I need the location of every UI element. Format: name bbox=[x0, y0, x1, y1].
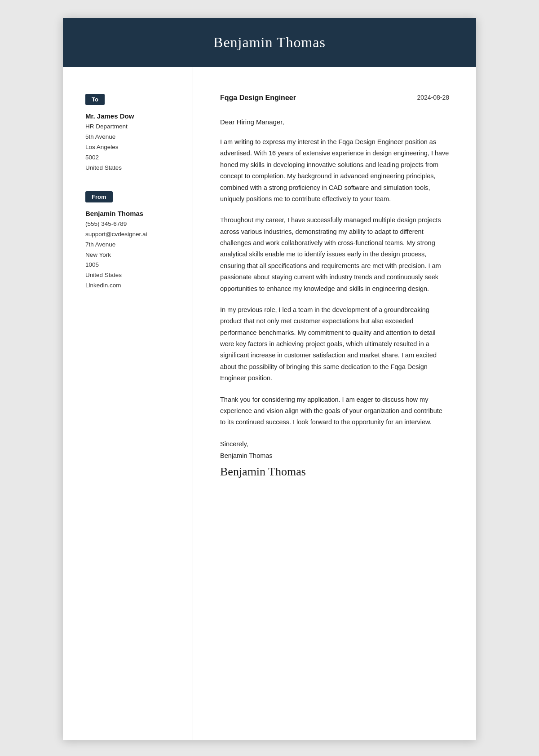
from-label: From bbox=[85, 191, 113, 202]
applicant-name: Benjamin Thomas bbox=[81, 34, 458, 51]
body-layout: To Mr. James Dow HR Department 5th Avenu… bbox=[63, 67, 476, 740]
to-line5: United States bbox=[85, 163, 175, 173]
sidebar: To Mr. James Dow HR Department 5th Avenu… bbox=[63, 67, 193, 740]
closing-text: Sincerely, bbox=[220, 438, 449, 450]
to-name: Mr. James Dow bbox=[85, 112, 175, 120]
closing-block: Sincerely, Benjamin Thomas Benjamin Thom… bbox=[220, 438, 449, 479]
paragraph-1: I am writing to express my interest in t… bbox=[220, 136, 449, 205]
closing-name: Benjamin Thomas bbox=[220, 450, 449, 462]
cover-letter-page: Benjamin Thomas To Mr. James Dow HR Depa… bbox=[63, 18, 476, 740]
from-email: support@cvdesigner.ai bbox=[85, 229, 175, 240]
from-line4: United States bbox=[85, 270, 175, 281]
from-section: From Benjamin Thomas (555) 345-6789 supp… bbox=[85, 191, 175, 291]
job-title: Fqga Design Engineer bbox=[220, 94, 296, 102]
from-line2: New York bbox=[85, 250, 175, 260]
letter-header-row: Fqga Design Engineer 2024-08-28 bbox=[220, 94, 449, 102]
letter-date: 2024-08-28 bbox=[417, 94, 449, 101]
from-line3: 1005 bbox=[85, 260, 175, 270]
to-line1: HR Department bbox=[85, 122, 175, 132]
from-address: Benjamin Thomas (555) 345-6789 support@c… bbox=[85, 210, 175, 291]
paragraph-2: Throughout my career, I have successfull… bbox=[220, 215, 449, 294]
to-line2: 5th Avenue bbox=[85, 132, 175, 142]
from-line5: Linkedin.com bbox=[85, 281, 175, 291]
greeting: Dear Hiring Manager, bbox=[220, 118, 449, 126]
from-phone: (555) 345-6789 bbox=[85, 219, 175, 229]
paragraph-4: Thank you for considering my application… bbox=[220, 394, 449, 428]
from-line1: 7th Avenue bbox=[85, 240, 175, 250]
signature: Benjamin Thomas bbox=[220, 465, 449, 479]
letter-content: Fqga Design Engineer 2024-08-28 Dear Hir… bbox=[193, 67, 476, 740]
to-label: To bbox=[85, 94, 105, 105]
to-address: Mr. James Dow HR Department 5th Avenue L… bbox=[85, 112, 175, 173]
paragraph-3: In my previous role, I led a team in the… bbox=[220, 304, 449, 384]
from-name: Benjamin Thomas bbox=[85, 210, 175, 217]
page-header: Benjamin Thomas bbox=[63, 18, 476, 67]
to-section: To Mr. James Dow HR Department 5th Avenu… bbox=[85, 94, 175, 173]
to-line3: Los Angeles bbox=[85, 142, 175, 153]
to-line4: 5002 bbox=[85, 153, 175, 163]
